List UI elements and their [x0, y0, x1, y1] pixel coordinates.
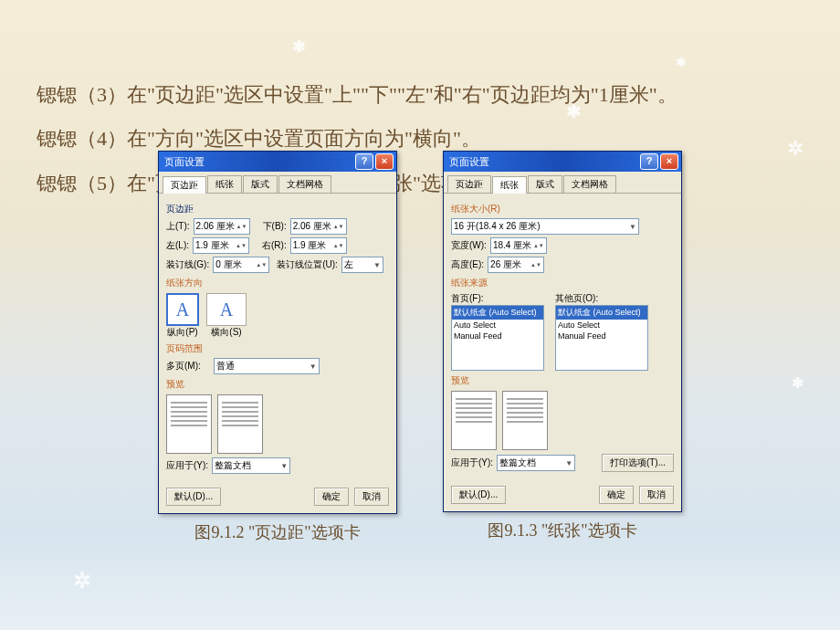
tab-layout[interactable]: 版式	[528, 175, 562, 193]
ok-button[interactable]: 确定	[599, 486, 634, 504]
applyto-select[interactable]: 整篇文档▼	[212, 457, 290, 474]
chevron-down-icon: ▼	[310, 362, 317, 371]
page-setup-dialog-paper: 页面设置 ? × 页边距 纸张 版式 文档网格 纸张大小(R) 16 开(18.…	[443, 151, 682, 512]
orientation-landscape[interactable]: A	[206, 293, 247, 326]
paragraph-3: 锶锶（3）在"页边距"选区中设置"上""下""左"和"右"页边距均为"1厘米"。	[37, 73, 803, 117]
spinner-icon[interactable]: ▲▼	[333, 243, 344, 248]
panel-paper: 纸张大小(R) 16 开(18.4 x 26 厘米)▼ 宽度(W): 18.4 …	[444, 194, 681, 480]
tab-paper[interactable]: 纸张	[492, 176, 527, 194]
bottom-input[interactable]: 2.06 厘米▲▼	[290, 218, 347, 235]
firstpage-label: 首页(F):	[451, 292, 544, 305]
dialog-button-row: 默认(D)... 确定 取消	[444, 480, 681, 511]
spinner-icon[interactable]: ▲▼	[256, 262, 267, 268]
preview-page	[166, 394, 212, 454]
tab-paper[interactable]: 纸张	[207, 175, 242, 193]
tab-strip: 页边距 纸张 版式 文档网格	[444, 172, 681, 194]
decorative-snowflake: ✲	[73, 568, 91, 593]
width-input[interactable]: 18.4 厘米▲▼	[490, 237, 547, 254]
cancel-button[interactable]: 取消	[354, 488, 389, 506]
applyto-label: 应用于(Y):	[166, 459, 208, 472]
help-icon[interactable]: ?	[355, 153, 373, 170]
chevron-down-icon: ▼	[629, 223, 636, 231]
list-item[interactable]: 默认纸盒 (Auto Select)	[452, 306, 543, 320]
width-label: 宽度(W):	[451, 239, 487, 252]
spinner-icon[interactable]: ▲▼	[333, 224, 344, 229]
papersize-select[interactable]: 16 开(18.4 x 26 厘米)▼	[451, 218, 639, 235]
titlebar: 页面设置 ? ×	[159, 152, 396, 172]
gutter-input[interactable]: 0 厘米▲▼	[213, 257, 269, 273]
group-preview-label: 预览	[451, 374, 674, 387]
chevron-down-icon: ▼	[565, 459, 572, 467]
figure-caption-912: 图9.1.2 "页边距"选项卡	[158, 521, 397, 543]
preview-area	[451, 391, 674, 450]
multipage-label: 多页(M):	[166, 360, 201, 373]
list-item[interactable]: Manual Feed	[452, 331, 543, 341]
right-input[interactable]: 1.9 厘米▲▼	[290, 237, 347, 254]
orientation-portrait[interactable]: A	[166, 293, 199, 326]
tab-margins[interactable]: 页边距	[447, 175, 491, 193]
list-item[interactable]: Auto Select	[452, 320, 543, 331]
right-label: 右(R):	[262, 239, 287, 252]
spinner-icon[interactable]: ▲▼	[236, 224, 247, 229]
portrait-label: 纵向(P)	[166, 326, 199, 339]
dialog-title: 页面设置	[449, 155, 638, 169]
tab-layout[interactable]: 版式	[243, 175, 278, 193]
spinner-icon[interactable]: ▲▼	[236, 243, 247, 248]
preview-page	[502, 391, 548, 450]
tab-margins[interactable]: 页边距	[163, 176, 206, 194]
cancel-button[interactable]: 取消	[639, 486, 674, 504]
list-item[interactable]: Auto Select	[556, 320, 647, 331]
otherpages-label: 其他页(O):	[555, 292, 648, 305]
panel-margins: 页边距 上(T): 2.06 厘米▲▼ 下(B): 2.06 厘米▲▼ 左(L)…	[159, 194, 396, 482]
list-item[interactable]: Manual Feed	[556, 331, 647, 341]
tab-strip: 页边距 纸张 版式 文档网格	[159, 172, 396, 194]
top-input[interactable]: 2.06 厘米▲▼	[194, 218, 250, 235]
dialog-button-row: 默认(D)... 确定 取消	[159, 482, 396, 513]
group-pages-label: 页码范围	[166, 342, 389, 355]
group-margins-label: 页边距	[166, 203, 389, 215]
bottom-label: 下(B):	[263, 220, 287, 233]
height-input[interactable]: 26 厘米▲▼	[488, 257, 544, 273]
group-papersize-label: 纸张大小(R)	[451, 203, 674, 215]
tab-docgrid[interactable]: 文档网格	[563, 175, 616, 193]
left-input[interactable]: 1.9 厘米▲▼	[193, 237, 249, 254]
dialog-title: 页面设置	[164, 155, 353, 169]
figure-912: 页面设置 ? × 页边距 纸张 版式 文档网格 页边距 上(T): 2.06 厘…	[158, 151, 397, 543]
spinner-icon[interactable]: ▲▼	[533, 243, 544, 248]
chevron-down-icon: ▼	[280, 462, 288, 470]
group-preview-label: 预览	[166, 378, 389, 391]
close-icon[interactable]: ×	[375, 153, 394, 170]
height-label: 高度(E):	[451, 258, 484, 271]
close-icon[interactable]: ×	[660, 153, 678, 170]
top-label: 上(T):	[166, 220, 190, 233]
default-button[interactable]: 默认(D)...	[451, 486, 506, 504]
firstpage-tray-list[interactable]: 默认纸盒 (Auto Select) Auto Select Manual Fe…	[451, 305, 544, 371]
figure-913: 页面设置 ? × 页边距 纸张 版式 文档网格 纸张大小(R) 16 开(18.…	[443, 151, 682, 541]
preview-page	[217, 394, 263, 454]
group-orientation-label: 纸张方向	[166, 277, 389, 289]
gutterpos-select[interactable]: 左▼	[341, 257, 383, 273]
default-button[interactable]: 默认(D)...	[166, 488, 221, 506]
spinner-icon[interactable]: ▲▼	[530, 262, 541, 268]
gutterpos-label: 装订线位置(U):	[277, 258, 338, 271]
page-setup-dialog-margins: 页面设置 ? × 页边距 纸张 版式 文档网格 页边距 上(T): 2.06 厘…	[158, 151, 397, 514]
tab-docgrid[interactable]: 文档网格	[278, 175, 331, 193]
preview-page	[451, 391, 497, 450]
applyto-select[interactable]: 整篇文档▼	[497, 455, 575, 471]
gutter-label: 装订线(G):	[166, 258, 209, 271]
otherpages-tray-list[interactable]: 默认纸盒 (Auto Select) Auto Select Manual Fe…	[555, 305, 648, 371]
figure-caption-913: 图9.1.3 "纸张"选项卡	[443, 520, 682, 541]
landscape-label: 横向(S)	[206, 326, 247, 339]
left-label: 左(L):	[166, 239, 189, 252]
group-papersource-label: 纸张来源	[451, 277, 674, 289]
titlebar: 页面设置 ? ×	[444, 152, 681, 172]
list-item[interactable]: 默认纸盒 (Auto Select)	[556, 306, 647, 320]
applyto-label: 应用于(Y):	[451, 457, 493, 469]
ok-button[interactable]: 确定	[314, 488, 349, 506]
multipage-select[interactable]: 普通▼	[214, 358, 320, 374]
printoptions-button[interactable]: 打印选项(T)...	[602, 454, 674, 472]
help-icon[interactable]: ?	[640, 153, 658, 170]
chevron-down-icon: ▼	[373, 261, 381, 269]
preview-area	[166, 394, 389, 454]
